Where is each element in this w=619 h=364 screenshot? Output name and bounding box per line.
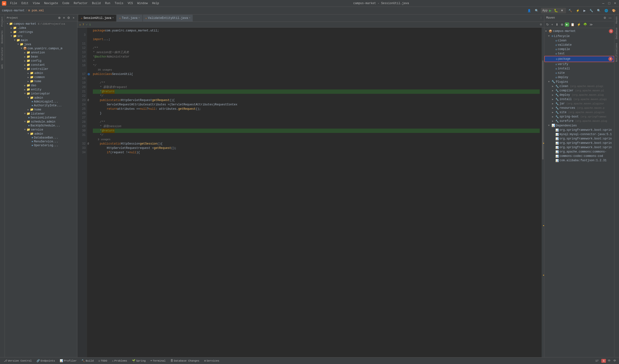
maven-dep-6[interactable]: 📊 org.apache.commons:commons- [544,150,614,154]
menu-edit[interactable]: Edit [20,1,30,6]
toolbar-build[interactable]: 🔨 [567,8,574,13]
status-lang-input[interactable]: 中 [612,359,617,363]
editor-tabs-more[interactable]: ⋮ [539,16,543,20]
tree-ctrl-admin[interactable]: ▶ 📁 admin [5,71,77,75]
scrollbar-thumb[interactable] [542,60,544,159]
maven-plugin-jar[interactable]: ▶ 🔧 jar (org.apache.maven.pluginsr [544,101,614,106]
status-db-changes[interactable]: 🗄 Database Changes [169,359,201,363]
tree-interceptor[interactable]: ▼ 📁 interceptor [5,92,77,96]
run-button[interactable]: ▶ [548,8,552,13]
project-tree[interactable]: ▼ 📁 campus-market E:\IDEAProject\ca ▶ 📁 … [5,21,77,357]
maven-dep-7[interactable]: 📊 commons-codec:commons-cod [544,154,614,158]
maven-dep-2[interactable]: 📊 mysql:mysql-connector-java:5.1 [544,132,614,137]
editor-settings[interactable]: ⚙ [540,23,542,26]
maven-more[interactable]: ≫ [589,22,594,27]
fold-marker-17[interactable] [87,73,90,75]
tree-java[interactable]: ▼ 📁 java [5,42,77,46]
status-services[interactable]: ⚙ Services [202,359,221,363]
sidebar-close[interactable]: × [72,16,75,20]
maven-download[interactable]: ⬇ [555,22,559,27]
sidebar-add-icon[interactable]: ⊕ [57,16,61,20]
maven-add-project[interactable]: ⊕ [560,22,564,27]
maven-plugin-clean[interactable]: ▶ 🔧 clean (org.apache.maven.plugi [544,84,614,88]
menu-navigate[interactable]: Navigate [42,1,60,6]
maven-dep-5[interactable]: 📊 org.springframework.boot:sprin [544,145,614,150]
tree-bean[interactable]: ▶ 📁 bean [5,55,77,59]
maven-plugin-install[interactable]: ▶ 🔧 install (org.apache.maven.plugi [544,97,614,101]
maven-lifecycle[interactable]: ▼ ⚙ Lifecycle [544,34,614,38]
side-label-bookmarks[interactable]: Bookmarks [0,28,4,45]
tree-operater-log[interactable]: ● OperaterLog... [5,144,77,147]
tree-dao[interactable]: ▶ 📁 dao [5,84,77,87]
maven-tree-view[interactable]: 🌳 [582,22,588,27]
tree-settings[interactable]: ▶ 📁 .settings [5,30,77,34]
maven-validate[interactable]: ⚙ validate [544,43,614,47]
tree-constant[interactable]: ▶ 📁 constant [5,63,77,67]
tree-annotion[interactable]: ▶ 📁 annotion [5,51,77,55]
toolbar-more-actions[interactable]: ▶ [582,8,587,13]
menu-window[interactable]: Window [135,1,150,6]
tab-close-test[interactable]: × [139,17,140,19]
maven-plugin-resources[interactable]: ▶ 🔧 resources (org.apache.maven.p [544,106,614,110]
tab-validate[interactable]: ☕ ValidateEntityUtil.java × [143,15,193,22]
tab-close-session[interactable]: × [112,17,114,19]
tree-ctrl-common[interactable]: ▶ 📁 common [5,75,77,79]
maven-dep-1[interactable]: 📊 org.springframework.boot:sprin [544,128,614,132]
tree-backup-schedule[interactable]: ● BackUpSchedule... [5,124,77,128]
maven-root[interactable]: ▼ 📦 campus-market 1 [544,28,614,34]
side-label-maven[interactable]: Maven [615,14,619,26]
maven-plugin-site[interactable]: ▶ 🔧 site (org.apache.maven.plugins [544,110,614,114]
maven-package[interactable]: ⚙ package 2 [544,56,614,62]
tree-controller[interactable]: ▼ 📁 controller [5,67,77,71]
tree-config[interactable]: ▶ 📁 config [5,59,77,63]
tree-intc-home[interactable]: ▶ 📁 home [5,108,77,112]
menu-refactor[interactable]: Refactor [72,1,90,6]
maven-plugin-deploy[interactable]: ▶ 🔧 deploy (org.apache.maven.plug [544,93,614,97]
side-label-web[interactable]: Web [0,62,4,70]
tab-session-util[interactable]: ☕ SessionUtil.java × [78,15,116,22]
tree-root[interactable]: ▼ 📁 campus-market E:\IDEAProject\ca [5,22,77,26]
tab-close-validate[interactable]: × [189,17,190,19]
close-btn[interactable]: × [613,1,617,5]
menu-file[interactable]: File [8,1,19,6]
status-problems[interactable]: ⚠ Problems [110,359,129,363]
tree-ctrl-home[interactable]: ▶ 📁 home [5,79,77,84]
breadcrumb-project[interactable]: campus-market [2,9,25,12]
menu-code[interactable]: Code [60,1,71,6]
maven-verify[interactable]: ⚙ verify [544,62,614,67]
maven-plugins-group[interactable]: ▼ 🔧 Plugins [544,80,614,84]
status-version-control[interactable]: ⎇ Version Control [2,359,34,363]
maven-run-button[interactable]: ▶ [565,23,569,27]
minimize-btn[interactable]: — [601,1,605,5]
maven-plugin-surefire[interactable]: ▶ 🔧 surefire (org.apache.maven.plug [544,119,614,123]
toolbar-theme[interactable]: 🎨 [611,8,617,13]
tree-session-listener[interactable]: ● SessionListener [5,116,77,120]
maximize-btn[interactable]: □ [607,1,611,5]
status-endpoints[interactable]: 🔗 Endpoints [35,359,57,363]
tree-svc-admin[interactable]: ▼ 📁 admin [5,132,77,136]
status-profiler[interactable]: 📊 Profiler [58,359,79,363]
maven-install[interactable]: ⚙ install [544,67,614,71]
maven-refresh[interactable]: ↻ [545,22,550,27]
tree-schedule[interactable]: ▼ 📁 schedule.admin [5,120,77,124]
tree-entity[interactable]: ▶ 📁 entity [5,87,77,92]
sidebar-settings[interactable]: ⚙ [67,16,71,20]
tree-db-bak[interactable]: ● DatabaseBak... [5,136,77,140]
side-label-structure[interactable]: Structure [0,45,4,62]
maven-compile[interactable]: ⚙ compile [544,47,614,52]
maven-settings[interactable]: ⚙ [603,16,607,20]
menu-help[interactable]: Help [150,1,161,6]
menu-run[interactable]: Run [103,1,112,6]
maven-test[interactable]: ⚙ test [544,52,614,56]
maven-minimize[interactable]: — [608,16,612,20]
toolbar-web[interactable]: 🌐 [603,8,610,13]
tree-service[interactable]: ▼ 📁 service [5,128,77,132]
debug-button[interactable]: 🐛 [553,8,559,13]
side-label-notifications[interactable]: Notifications [615,41,619,64]
maven-site[interactable]: ⚙ site [544,71,614,75]
maven-generate[interactable]: ⚡ [576,22,582,27]
tree-listener[interactable]: ▼ 📁 listener [5,112,77,116]
tab-test[interactable]: ☕ Test.java × [116,15,142,22]
tree-main[interactable]: ▼ 📁 main [5,38,77,42]
maven-dep-8[interactable]: 📊 com.alibaba:fastjson:1.2.31 [544,158,614,163]
